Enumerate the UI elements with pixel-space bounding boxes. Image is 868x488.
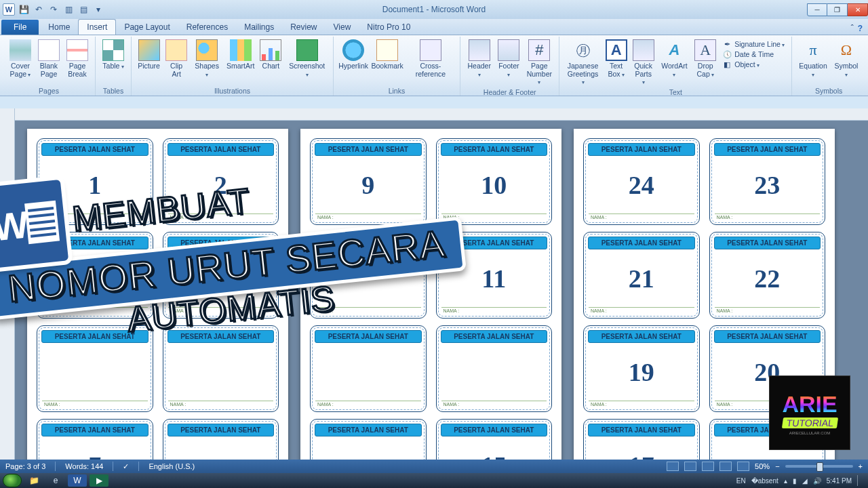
object-button[interactable]: ◧Object [721,60,786,69]
zoom-slider[interactable] [785,465,853,468]
tab-page-layout[interactable]: Page Layout [116,20,178,35]
text-box-button[interactable]: AText Box [604,38,629,87]
taskbar-explorer-icon[interactable]: 📁 [24,474,43,487]
picture-button[interactable]: Picture [136,38,162,86]
ticket-card[interactable]: PESERTA JALAN SEHAT9NAMA : [310,138,427,225]
taskbar-media-icon[interactable]: ▶ [90,474,108,487]
tray-sound-icon[interactable]: 🔊 [813,477,821,485]
document-page[interactable]: PESERTA JALAN SEHAT1NAMA :PESERTA JALAN … [27,129,288,460]
document-page[interactable]: PESERTA JALAN SEHAT9NAMA :PESERTA JALAN … [300,129,561,460]
help-icon[interactable]: ? [858,24,863,33]
zoom-in-button[interactable]: + [859,462,863,470]
ticket-card[interactable]: PESERTA JALAN SEHAT19NAMA : [583,325,700,412]
view-outline-button[interactable] [719,462,732,471]
qat-open-icon[interactable]: ▤ [77,3,90,16]
ticket-card[interactable]: PESERTA JALAN SEHATNAMA : [37,232,153,319]
ticket-card[interactable]: PESERTA JALAN SEHAT11NAMA : [436,232,553,319]
qat-customize-icon[interactable]: ▾ [92,3,104,16]
view-full-screen-button[interactable] [684,462,696,471]
tray-up-icon[interactable]: ▴ [784,477,787,485]
status-words[interactable]: Words: 144 [65,462,103,470]
page-number-button[interactable]: #Page Number [524,38,555,87]
quick-parts-button[interactable]: Quick Parts [631,38,656,87]
tab-insert[interactable]: Insert [78,19,116,35]
ruler-horizontal[interactable] [15,108,868,121]
ticket-card[interactable]: PESERTA JALAN SEHAT22NAMA : [709,232,826,319]
drop-cap-button[interactable]: ADrop Cap [692,38,718,87]
tab-review[interactable]: Review [282,20,325,35]
tray-clock[interactable]: 5:41 PM [827,477,852,485]
taskbar-word-icon[interactable]: W [68,474,87,487]
screenshot-button[interactable]: Screenshot [285,38,329,86]
pages-container[interactable]: PESERTA JALAN SEHAT1NAMA :PESERTA JALAN … [15,121,868,460]
table-button[interactable]: Table [100,38,127,86]
signature-line-button[interactable]: ✒Signature Line [721,39,786,49]
ticket-card[interactable]: PESERTA JALAN SEHATNAMA : [37,325,153,412]
ticket-card[interactable]: PESERTA JALAN SEHAT2NAMA : [163,138,279,225]
ticket-card[interactable]: PESERTA JALAN SEHATNAMA : [163,232,279,319]
ticket-card[interactable]: PESERTA JALAN SEHATNAMA : [163,325,279,412]
chart-button[interactable]: Chart [258,38,283,86]
tray-flag-icon[interactable]: �absent [751,477,778,485]
maximize-button[interactable]: ❐ [827,3,848,16]
symbol-button[interactable]: ΩSymbol [831,38,861,86]
ticket-card[interactable]: PESERTA JALAN SEHAT23NAMA : [709,138,826,225]
word-app-icon[interactable]: W [3,3,15,16]
ticket-card[interactable]: PESERTA JALAN SEHAT15NAMA : [436,419,553,460]
bookmark-button[interactable]: Bookmark [370,38,404,86]
qat-redo-icon[interactable]: ↷ [47,3,60,16]
ticket-card[interactable]: PESERTA JALAN SEHATNAMA : [310,232,427,319]
qat-save-icon[interactable]: 💾 [18,3,30,16]
clip-art-button[interactable]: Clip Art [163,38,189,86]
date-time-button[interactable]: 🕔Date & Time [721,49,786,59]
ticket-card[interactable]: PESERTA JALAN SEHAT7NAMA : [37,419,153,460]
wordart-button[interactable]: AWordArt [658,38,692,87]
qat-new-icon[interactable]: ▥ [62,3,75,16]
status-page[interactable]: Page: 3 of 3 [5,462,45,470]
status-proofing-icon[interactable]: ✓ [123,462,129,471]
tab-file[interactable]: File [1,20,39,35]
start-button[interactable] [3,474,22,487]
equation-button[interactable]: πEquation [796,38,830,86]
ticket-card[interactable]: PESERTA JALAN SEHATNAMA : [310,325,427,412]
header-button[interactable]: Header [465,38,494,87]
tab-references[interactable]: References [178,20,236,35]
minimize-ribbon-icon[interactable]: ˆ [851,24,854,33]
ticket-card[interactable]: PESERTA JALAN SEHAT17NAMA : [583,419,700,460]
tray-network-icon[interactable]: ◢ [802,477,808,485]
smartart-button[interactable]: SmartArt [224,38,256,86]
ribbon-help[interactable]: ˆ? [846,22,868,35]
close-button[interactable]: ✕ [848,3,868,16]
tray-battery-icon[interactable]: ▮ [793,477,797,485]
ticket-card[interactable]: PESERTA JALAN SEHAT10NAMA : [436,138,553,225]
zoom-level[interactable]: 50% [755,462,770,470]
tab-view[interactable]: View [326,20,359,35]
tray-show-desktop[interactable] [857,475,863,486]
japanese-greetings-button[interactable]: ㊊Japanese Greetings [564,38,601,87]
taskbar-ie-icon[interactable]: e [46,474,65,487]
view-print-layout-button[interactable] [667,462,679,471]
status-language[interactable]: English (U.S.) [149,462,195,470]
tab-home[interactable]: Home [40,20,78,35]
tab-mailings[interactable]: Mailings [236,20,282,35]
ticket-card[interactable]: PESERTA JALAN SEHAT1NAMA : [37,138,153,225]
footer-button[interactable]: Footer [495,38,522,87]
ticket-card[interactable]: PESERTA JALAN SEHAT24NAMA : [583,138,700,225]
ticket-card[interactable]: PESERTA JALAN SEHATNAMA : [436,325,553,412]
shapes-button[interactable]: Shapes [191,38,223,86]
hyperlink-button[interactable]: Hyperlink [338,38,369,86]
ticket-card[interactable]: PESERTA JALAN SEHATNAMA : [163,419,279,460]
tab-nitro[interactable]: Nitro Pro 10 [359,20,418,35]
minimize-button[interactable]: ─ [807,3,827,16]
tray-lang[interactable]: EN [736,477,746,485]
view-draft-button[interactable] [737,462,749,471]
view-web-layout-button[interactable] [702,462,714,471]
ticket-card[interactable]: PESERTA JALAN SEHAT21NAMA : [583,232,700,319]
ruler-vertical[interactable] [0,108,15,460]
cross-reference-button[interactable]: Cross-reference [406,38,456,86]
qat-undo-icon[interactable]: ↶ [33,3,45,16]
zoom-out-button[interactable]: − [775,462,779,470]
ticket-card[interactable]: PESERTA JALAN SEHATNAMA : [310,419,427,460]
page-break-button[interactable]: Page Break [64,38,91,86]
cover-page-button[interactable]: Cover Page [7,38,34,86]
